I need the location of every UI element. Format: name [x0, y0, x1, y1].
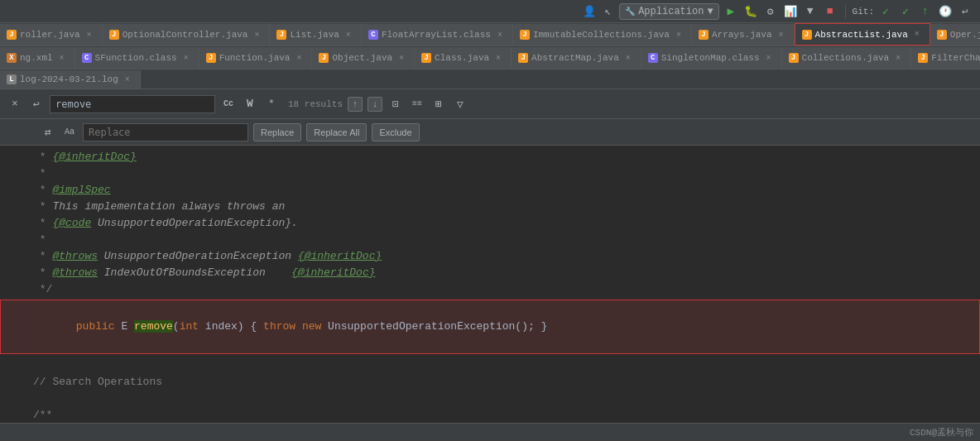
build-icon[interactable]: ⚙ [762, 3, 779, 20]
run-button[interactable]: ▶ [723, 3, 739, 20]
tab-close[interactable]: × [396, 52, 407, 64]
tab-close[interactable]: × [911, 29, 923, 41]
tab-singletonmap[interactable]: C SingletonMap.class × [641, 47, 782, 69]
more-run-icon[interactable]: ▼ [802, 3, 819, 20]
tab-label: ng.xml [20, 53, 53, 63]
tab-label: AbstractList.java [815, 30, 908, 40]
tab-abstractmap[interactable]: J AbstractMap.java × [512, 47, 641, 69]
search-prev-button[interactable]: ↑ [348, 97, 363, 112]
git-history-icon[interactable]: 🕐 [937, 3, 954, 20]
java-icon: J [276, 30, 286, 40]
code-editor[interactable]: * {@inheritDoc} * * @implSpec * This imp… [0, 146, 980, 427]
tab-bar-row1: J roller.java × J OptionalController.jav… [0, 23, 980, 46]
tab-close[interactable]: × [343, 29, 354, 41]
tab-optional[interactable]: J OptionalController.java × [103, 24, 271, 46]
tab-oper[interactable]: J Oper.java × [930, 24, 980, 46]
code-line: * This implementation always throws an [0, 199, 980, 215]
tab-close[interactable]: × [251, 29, 262, 41]
search-next-button[interactable]: ↓ [368, 97, 382, 112]
git-checkmark1[interactable]: ✓ [877, 3, 894, 20]
tab-floatarraylist[interactable]: C FloatArrayList.class × [362, 24, 513, 46]
cursor-icon[interactable]: ↖ [599, 3, 616, 20]
tab-immutable[interactable]: J ImmutableCollections.java × [513, 24, 692, 46]
java-icon: J [109, 30, 119, 40]
log-icon: L [7, 74, 17, 84]
whole-word-icon[interactable]: W [242, 96, 258, 113]
git-push-icon[interactable]: ↑ [917, 3, 934, 20]
app-icon: 🔧 [625, 7, 635, 17]
dropdown-arrow-icon: ▼ [707, 6, 713, 17]
search-input[interactable] [50, 95, 215, 113]
search-undo-icon[interactable]: ↩ [28, 96, 45, 113]
git-undo-icon[interactable]: ↩ [957, 3, 973, 20]
tab-close[interactable]: × [122, 74, 133, 85]
tab-close[interactable]: × [494, 29, 506, 41]
user-icon[interactable]: 👤 [581, 3, 598, 20]
tab-label: SingletonMap.class [661, 53, 760, 63]
tab-object[interactable]: J Object.java × [312, 47, 415, 69]
status-bar: CSDN@孟秋与你 [0, 423, 980, 441]
regex-icon[interactable]: * [263, 96, 280, 113]
tab-arrays[interactable]: J Arrays.java × [692, 24, 795, 46]
coverage-icon[interactable]: 📊 [782, 3, 799, 20]
filter-icon[interactable]: ⊞ [430, 96, 447, 113]
code-line: * [0, 232, 980, 248]
replace-all-button[interactable]: Replace All [306, 123, 367, 141]
tab-ng[interactable]: X ng.xml × [0, 47, 75, 69]
replace-button[interactable]: Replace [253, 123, 301, 141]
replace-bar: ⇄ Aa Replace Replace All Exclude [0, 119, 980, 146]
java-icon: J [802, 30, 812, 40]
tab-close[interactable]: × [673, 29, 685, 41]
tab-close[interactable]: × [776, 29, 787, 41]
tab-collections[interactable]: J Collections.java × [782, 47, 912, 69]
tab-list[interactable]: J List.java × [270, 24, 361, 46]
open-in-panel-icon[interactable]: ⊡ [387, 96, 404, 113]
exclude-button[interactable]: Exclude [372, 123, 419, 141]
tab-close[interactable]: × [180, 52, 192, 64]
tab-close[interactable]: × [892, 52, 904, 64]
tab-filterchain[interactable]: J FilterChainProxy [911, 47, 980, 69]
tab-label: SFunction.class [95, 53, 177, 63]
tab-label: Object.java [332, 53, 392, 63]
debug-button[interactable]: 🐛 [742, 3, 759, 20]
git-checkmark2[interactable]: ✓ [897, 3, 914, 20]
code-line: // Search Operations [0, 374, 980, 391]
tab-function[interactable]: J Function.java × [199, 47, 313, 69]
tab-close[interactable]: × [293, 52, 305, 64]
funnel-icon[interactable]: ▽ [452, 96, 468, 113]
tab-close[interactable]: × [56, 52, 68, 64]
code-line: * [0, 165, 980, 182]
app-dropdown[interactable]: 🔧 Application ▼ [619, 3, 718, 20]
tab-controller[interactable]: J roller.java × [0, 24, 103, 46]
tab-close[interactable]: × [84, 29, 95, 41]
tab-label: Class.java [435, 53, 489, 63]
tab-label: ImmutableCollections.java [533, 30, 670, 40]
search-bar: × ↩ Cc W * 18 results ↑ ↓ ⊡ ≡≡ ⊞ ▽ [0, 89, 980, 119]
replace-case-icon[interactable]: Aa [61, 124, 78, 141]
tab-label: Function.java [219, 53, 291, 63]
highlighted-code-line: public E remove(int index) { throw new U… [0, 300, 980, 354]
tab-close[interactable]: × [492, 52, 504, 64]
tab-abstractlist[interactable]: J AbstractList.java × [795, 23, 930, 46]
stop-button[interactable]: ■ [822, 3, 838, 20]
search-close-icon[interactable]: × [7, 96, 23, 113]
java-icon: J [520, 30, 530, 40]
tab-close[interactable]: × [622, 52, 634, 64]
tab-label: AbstractMap.java [531, 53, 619, 63]
tab-label: Oper.java [950, 30, 980, 40]
watermark-text: CSDN@孟秋与你 [910, 426, 973, 439]
results-count: 18 results [288, 99, 343, 109]
match-case-icon[interactable]: Cc [220, 96, 237, 113]
replace-input[interactable] [83, 123, 248, 141]
tab-bar-row3: L log-2024-03-21.log × [0, 70, 980, 89]
code-line: * @throws IndexOutOfBoundsException {@in… [0, 265, 980, 281]
code-line [0, 391, 980, 407]
tab-sfunction[interactable]: C SFunction.class × [75, 47, 199, 69]
class-icon: C [82, 53, 92, 63]
context-icon[interactable]: ≡≡ [409, 96, 425, 113]
code-line: * {@inheritDoc} [0, 149, 980, 165]
replace-expand-icon[interactable]: ⇄ [40, 124, 56, 141]
tab-log[interactable]: L log-2024-03-21.log × [0, 70, 141, 89]
tab-close[interactable]: × [763, 52, 775, 64]
tab-class[interactable]: J Class.java × [415, 47, 512, 69]
